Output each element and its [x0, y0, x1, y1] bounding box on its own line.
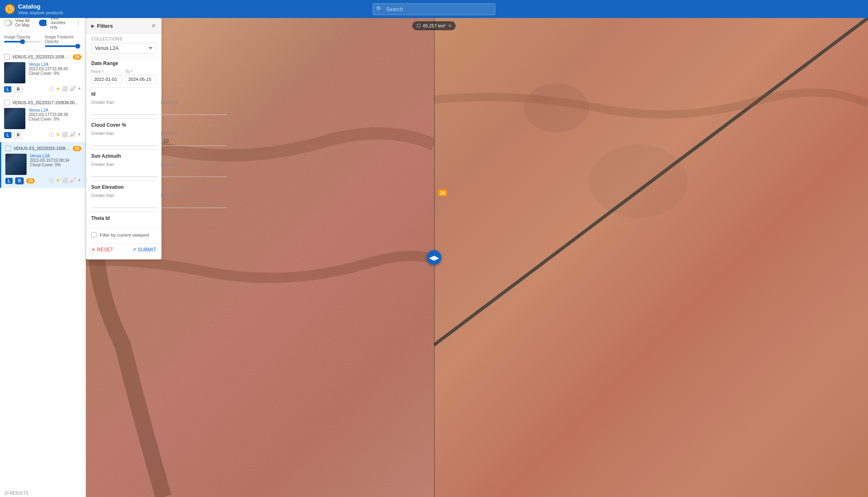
- elevation-less-label: Less than: [161, 193, 227, 198]
- map-right-svg: [434, 18, 868, 497]
- item-2-download-icon[interactable]: ⬜: [62, 132, 68, 139]
- azimuth-greater-group: Greater than: [91, 162, 157, 177]
- theia-id-title: Theia Id: [91, 215, 156, 221]
- collections-select[interactable]: Venus L2A: [91, 43, 156, 54]
- date-range-row: From * To *: [91, 69, 156, 84]
- id-greater-input[interactable]: [91, 105, 157, 115]
- view-all-toggle[interactable]: [4, 20, 13, 26]
- image-opacity-slider[interactable]: [4, 41, 41, 43]
- item-2-btn-l[interactable]: L: [4, 132, 11, 138]
- cloud-less-input[interactable]: [161, 137, 227, 146]
- item-1-download-icon[interactable]: ⬜: [62, 86, 68, 93]
- item-3-share-icon[interactable]: ✦: [77, 177, 81, 184]
- item-2-thumb-inner: [4, 108, 25, 129]
- item-3-date: 2022-03-15T15:08:34: [30, 158, 81, 163]
- azimuth-greater-input[interactable]: [91, 168, 157, 177]
- sun-elevation-section: Sun Elevation Greater than Less than: [86, 181, 161, 212]
- filters-footer: ✕ RESET ↗ SUBMIT: [86, 243, 161, 256]
- image-item-1-header: VENUS-XS_20220323-150845-00... 24: [4, 54, 81, 60]
- item-3-download-icon[interactable]: ⬜: [62, 177, 68, 184]
- item-3-chart-icon[interactable]: 📈: [70, 177, 76, 184]
- scale-indicator: ⬡ 65.257 km² ✕: [412, 21, 456, 30]
- item-1-share-icon[interactable]: ✦: [77, 86, 81, 93]
- scale-close-icon[interactable]: ✕: [448, 23, 452, 29]
- map-right[interactable]: [434, 18, 868, 497]
- item-2-thumbnail: [4, 108, 25, 129]
- id-less-input[interactable]: [161, 105, 227, 115]
- cloud-greater-label: Greater than: [91, 131, 157, 136]
- app-logo: Catalog View, explore products: [5, 3, 63, 15]
- item-1-btn-l[interactable]: L: [4, 86, 11, 92]
- reset-x-icon: ✕: [91, 247, 95, 253]
- id-range-row: Greater than Less than: [91, 100, 156, 115]
- item-2-checkbox[interactable]: [4, 100, 10, 105]
- date-to-input[interactable]: [126, 75, 157, 84]
- item-3-btn-l[interactable]: L: [5, 178, 13, 184]
- app-title: Catalog: [18, 3, 63, 10]
- item-3-btn-r[interactable]: R: [15, 177, 24, 184]
- image-item-3-body: Venus L2A 2022-03-15T15:08:34 Cloud Cove…: [5, 154, 81, 175]
- view-favorites-toggle[interactable]: [39, 20, 47, 26]
- map-badge-26: 26: [438, 190, 447, 196]
- svg-point-4: [589, 145, 688, 218]
- item-3-checkbox[interactable]: [5, 146, 11, 151]
- cloud-greater-input[interactable]: [91, 137, 157, 146]
- submit-arrow-icon: ↗: [132, 247, 136, 253]
- logo-icon: [5, 4, 15, 14]
- split-handle-icon: ◀▶: [429, 254, 439, 262]
- sun-azimuth-section: Sun Azimuth Greater than Less than: [86, 150, 161, 181]
- submit-button[interactable]: ↗ SUBMIT: [132, 247, 156, 253]
- elevation-less-input[interactable]: [161, 199, 227, 208]
- image-item-2-body: Venus L2A 2022-03-17T15:08:38 Cloud Cove…: [4, 108, 81, 129]
- id-greater-label: Greater than: [91, 100, 157, 105]
- image-item-3[interactable]: VENUS-XS_20220315-150834-00... 25 Venus …: [0, 142, 85, 188]
- theia-id-section: Theia Id: [86, 212, 161, 228]
- footprint-opacity-slider[interactable]: [45, 45, 82, 47]
- footprint-opacity-label: Image Footprint Opacity: [45, 35, 82, 44]
- item-2-info-icon[interactable]: ⓘ: [49, 132, 54, 139]
- scale-icon: ⬡: [416, 23, 421, 29]
- item-2-collection: Venus L2A: [29, 108, 81, 112]
- item-1-thumbnail: [4, 62, 25, 83]
- sun-elevation-title: Sun Elevation: [91, 184, 156, 190]
- options-menu-icon[interactable]: ⋮: [75, 19, 81, 27]
- item-3-star-icon[interactable]: ★: [56, 177, 60, 184]
- date-to-group: To *: [126, 69, 157, 84]
- item-3-actions: L R 25 ⓘ ★ ⬜ 📈 ✦: [5, 177, 81, 184]
- topbar: Catalog View, explore products 🔍: [0, 0, 868, 18]
- date-from-input[interactable]: [91, 75, 122, 84]
- cloud-cover-section: Cloud Cover % Greater than Less than: [86, 119, 161, 150]
- footprint-opacity-thumb[interactable]: [75, 44, 80, 49]
- azimuth-less-label: Less than: [161, 162, 227, 167]
- item-2-meta: Venus L2A 2022-03-17T15:08:38 Cloud Cove…: [29, 108, 81, 129]
- item-1-chart-icon[interactable]: 📈: [70, 86, 76, 93]
- item-3-info-icon[interactable]: ⓘ: [49, 177, 54, 184]
- date-range-section: Date Range From * To *: [86, 57, 161, 87]
- azimuth-less-input[interactable]: [161, 168, 227, 177]
- item-1-id: VENUS-XS_20220323-150845-00...: [12, 55, 70, 59]
- filters-title: Filters: [97, 23, 151, 29]
- image-item-2-header: VENUS-XS_20220317-150838-00...: [4, 100, 81, 105]
- item-1-btn-r[interactable]: R: [14, 86, 22, 93]
- elevation-greater-input[interactable]: [91, 199, 157, 208]
- item-2-btn-r[interactable]: R: [14, 132, 22, 139]
- split-handle[interactable]: ◀▶: [427, 250, 441, 265]
- item-1-info-icon[interactable]: ⓘ: [49, 86, 54, 93]
- image-opacity-thumb[interactable]: [20, 39, 25, 44]
- image-item-2[interactable]: VENUS-XS_20220317-150838-00... Venus L2A…: [0, 96, 85, 142]
- reset-button[interactable]: ✕ RESET: [91, 247, 113, 253]
- item-2-star-icon[interactable]: ★: [56, 132, 60, 139]
- filters-close-button[interactable]: ✕: [151, 22, 156, 29]
- item-1-star-icon[interactable]: ★: [56, 86, 60, 93]
- date-from-group: From *: [91, 69, 122, 84]
- item-1-date: 2022-03-23T15:08:45: [29, 67, 81, 71]
- image-item-3-header: VENUS-XS_20220315-150834-00... 25: [5, 146, 81, 151]
- image-item-1[interactable]: VENUS-XS_20220323-150845-00... 24 Venus …: [0, 51, 85, 96]
- id-section: Id Greater than Less than: [86, 88, 161, 119]
- item-2-share-icon[interactable]: ✦: [77, 132, 81, 139]
- item-1-action-icons: ⓘ ★ ⬜ 📈 ✦: [49, 86, 81, 93]
- item-2-chart-icon[interactable]: 📈: [70, 132, 76, 139]
- item-1-checkbox[interactable]: [4, 54, 10, 60]
- viewport-checkbox[interactable]: [91, 232, 97, 237]
- search-input[interactable]: [373, 3, 495, 15]
